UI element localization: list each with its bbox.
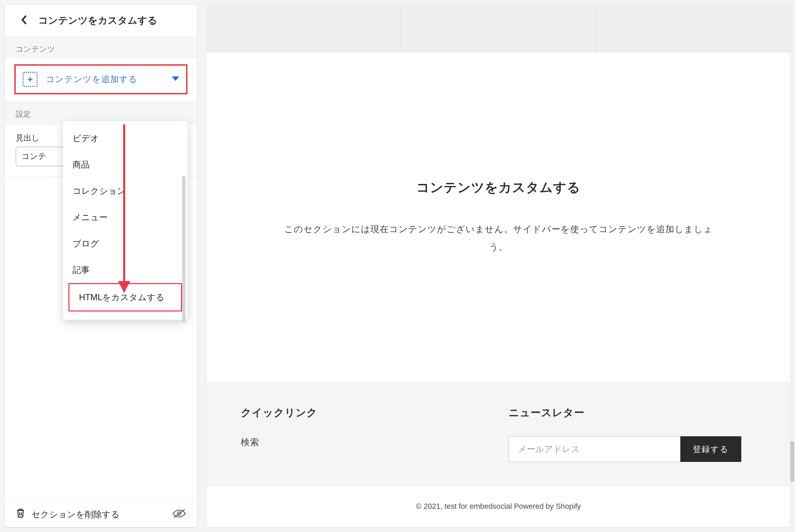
preview-hero: コンテンツをカスタムする このセクションには現在コンテンツがございません。サイド… (207, 53, 790, 382)
caret-down-icon (172, 76, 179, 82)
add-block-icon: + (23, 72, 38, 87)
add-content-label: コンテンツを追加する (46, 73, 164, 86)
preview-header-slot (401, 5, 596, 53)
sidebar-header: コンテンツをカスタムする (5, 5, 197, 37)
footer-link-search[interactable]: 検索 (241, 437, 259, 447)
preview-hero-title: コンテンツをカスタムする (416, 179, 581, 196)
dropdown-item-video[interactable]: ビデオ (63, 125, 187, 151)
sidebar-title: コンテンツをカスタムする (38, 14, 157, 27)
preview-header-slot (207, 5, 401, 53)
newsletter-subscribe-button[interactable]: 登録する (680, 436, 741, 462)
add-content-button[interactable]: + コンテンツを追加する (14, 64, 187, 94)
annotation-arrow (123, 124, 125, 292)
page-scrollbar[interactable] (790, 441, 794, 482)
footer-col2-title: ニュースレター (509, 406, 756, 420)
dropdown-item-article[interactable]: 記事 (63, 257, 187, 283)
footer-col1-title: クイックリンク (241, 406, 488, 420)
newsletter-form: 登録する (509, 436, 741, 462)
delete-section-label: セクションを削除する (31, 509, 120, 520)
preview-header-slot (596, 5, 790, 53)
chevron-left-icon (21, 15, 27, 26)
visibility-toggle[interactable] (172, 508, 186, 520)
svg-line-2 (174, 509, 185, 518)
preview-footer: クイックリンク 検索 ニュースレター 登録する (207, 382, 790, 486)
content-section-label: コンテンツ (5, 37, 197, 57)
eye-off-icon (172, 514, 186, 520)
dropdown-item-menu[interactable]: メニュー (63, 204, 187, 230)
trash-icon (16, 508, 25, 520)
theme-preview: コンテンツをカスタムする このセクションには現在コンテンツがございません。サイド… (207, 5, 790, 527)
dropdown-item-collection[interactable]: コレクション (63, 178, 187, 204)
sidebar-footer: セクションを削除する (5, 501, 197, 527)
preview-hero-subtitle: このセクションには現在コンテンツがございません。サイドバーを使ってコンテンツを追… (276, 220, 721, 256)
footer-column-quicklinks: クイックリンク 検索 (241, 406, 488, 462)
preview-header-placeholder (207, 5, 790, 53)
delete-section-button[interactable]: セクションを削除する (16, 508, 120, 520)
add-content-row: + コンテンツを追加する (5, 57, 197, 102)
editor-sidebar: コンテンツをカスタムする コンテンツ + コンテンツを追加する 設定 見出し ビ… (5, 5, 197, 527)
dropdown-item-blog[interactable]: ブログ (63, 230, 187, 257)
footer-column-newsletter: ニュースレター 登録する (509, 406, 756, 462)
back-button[interactable] (17, 14, 31, 27)
preview-copyright: © 2021, test for embedsocial Powered by … (207, 486, 790, 527)
dropdown-scrollbar[interactable] (182, 176, 185, 323)
svg-marker-0 (172, 76, 179, 81)
newsletter-email-input[interactable] (509, 436, 680, 462)
dropdown-item-product[interactable]: 商品 (63, 151, 187, 178)
